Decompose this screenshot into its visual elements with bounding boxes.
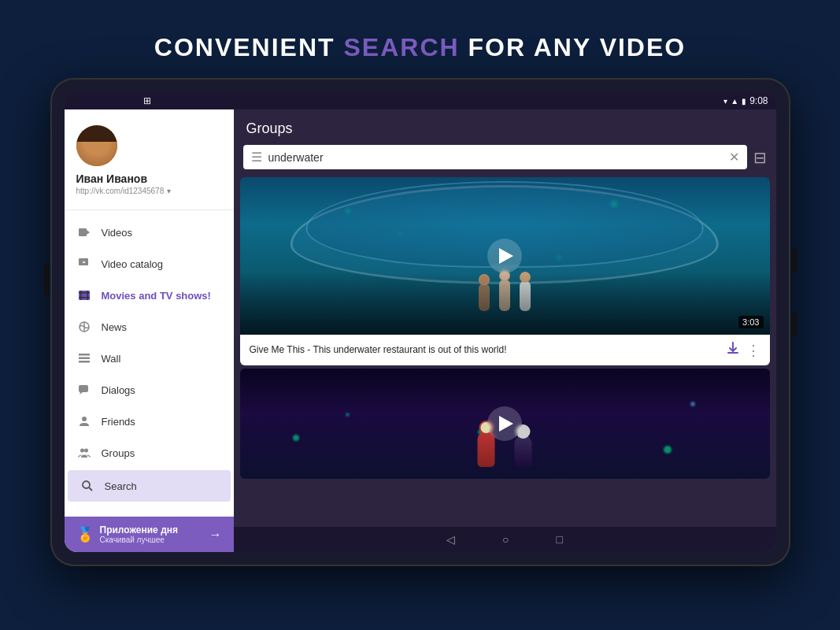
svg-rect-14: [79, 361, 90, 363]
glow-4: [690, 402, 695, 406]
sidebar-item-videos[interactable]: Videos: [65, 217, 234, 248]
profile-section: Иван Иванов http://vk.com/id12345678 ▾: [65, 109, 234, 203]
videos-icon: [76, 224, 92, 240]
search-input-container[interactable]: ☰ ✕: [243, 145, 747, 169]
sidebar-item-search[interactable]: Search: [68, 470, 231, 502]
char-2: [515, 435, 532, 467]
banner-arrow-icon[interactable]: →: [209, 528, 222, 542]
more-options-icon-1[interactable]: ⋮: [746, 342, 760, 359]
video-action-btns-1: ⋮: [726, 341, 760, 359]
tablet-device: ⊞ ▾ ▲ ▮ 9:08: [50, 78, 790, 566]
dialogs-icon: [76, 382, 92, 398]
hamburger-icon: ☰: [251, 150, 262, 165]
home-button[interactable]: ○: [502, 533, 509, 546]
groups-icon: [76, 445, 92, 461]
download-icon-1[interactable]: [726, 341, 740, 359]
news-icon: [76, 319, 92, 335]
sidebar-divider: [65, 209, 234, 210]
tablet-side-button-right-top: [792, 249, 797, 272]
friends-icon: [76, 413, 92, 429]
svg-rect-0: [79, 228, 87, 236]
svg-point-19: [84, 449, 88, 453]
glow-2: [346, 413, 350, 417]
user-name: Иван Иванов: [76, 172, 148, 185]
sidebar-item-label-movies: Movies and TV shows!: [102, 290, 211, 302]
avatar-image: [76, 125, 117, 166]
sidebar-item-movies[interactable]: Movies and TV shows!: [65, 280, 234, 311]
search-input[interactable]: [268, 151, 723, 164]
sidebar-item-label-video-catalog: Video catalog: [102, 258, 164, 270]
video-card-2: [240, 369, 770, 479]
movies-icon: [76, 287, 92, 303]
video-catalog-icon: [76, 256, 92, 272]
app-of-day-banner[interactable]: 🏅 Приложение дня Скачивай лучшее →: [65, 517, 234, 552]
svg-point-18: [80, 449, 84, 453]
avatar-hair: [76, 125, 117, 142]
status-bar-left: ⊞: [143, 95, 151, 106]
main-area: Иван Иванов http://vk.com/id12345678 ▾ V…: [65, 109, 776, 552]
banner-title: Приложение дня: [100, 524, 203, 536]
svg-rect-8: [80, 291, 82, 300]
tablet-side-button-left: [44, 264, 49, 295]
duration-badge-1: 3:03: [738, 316, 763, 328]
play-triangle-1: [499, 248, 513, 264]
signal-icon: ▲: [731, 97, 738, 106]
sidebar-item-video-catalog[interactable]: Video catalog: [65, 248, 234, 280]
svg-marker-1: [87, 230, 90, 235]
user-url-row: http://vk.com/id12345678 ▾: [76, 187, 172, 195]
svg-point-17: [82, 417, 87, 421]
sidebar-item-label-friends: Friends: [102, 416, 135, 428]
status-bar-right: ▾ ▲ ▮ 9:08: [723, 95, 768, 106]
svg-rect-15: [79, 385, 88, 392]
thumb-overlay-1: [240, 272, 770, 335]
sidebar: Иван Иванов http://vk.com/id12345678 ▾ V…: [65, 109, 234, 552]
heading-after: FOR ANY VIDEO: [460, 33, 686, 61]
dropdown-arrow-icon[interactable]: ▾: [167, 187, 171, 195]
tablet-screen: ⊞ ▾ ▲ ▮ 9:08: [65, 92, 776, 552]
search-bar-row: ☰ ✕ ⊟: [234, 145, 776, 177]
app-icon-small: ⊞: [143, 95, 151, 106]
char-1: [478, 432, 495, 467]
play-triangle-2: [499, 416, 513, 432]
svg-rect-12: [79, 354, 90, 356]
heading-before: CONVENIENT: [154, 33, 344, 61]
clock: 9:08: [749, 95, 768, 106]
play-button-1[interactable]: [487, 239, 522, 273]
battery-icon: ▮: [742, 97, 746, 106]
sidebar-item-groups[interactable]: Groups: [65, 437, 234, 469]
content-header: Groups: [234, 109, 776, 145]
sidebar-item-label-news: News: [102, 321, 128, 333]
sidebar-item-friends[interactable]: Friends: [65, 406, 234, 437]
banner-text-block: Приложение дня Скачивай лучшее: [100, 524, 203, 544]
heading-highlight: SEARCH: [343, 33, 459, 61]
video-thumbnail-2[interactable]: [240, 369, 770, 479]
sidebar-item-news[interactable]: News: [65, 311, 234, 343]
user-url: http://vk.com/id12345678: [76, 187, 165, 195]
avatar[interactable]: [76, 125, 117, 166]
recent-apps-button[interactable]: □: [557, 533, 563, 546]
bubble-3: [611, 201, 617, 207]
svg-point-20: [83, 481, 90, 488]
tablet-side-button-right-bottom: [792, 313, 797, 336]
video-card-1: 3:03 Give Me This - This underwater rest…: [240, 177, 770, 365]
clear-search-icon[interactable]: ✕: [729, 150, 739, 165]
back-button[interactable]: ◁: [446, 533, 455, 546]
filter-icon[interactable]: ⊟: [753, 148, 767, 167]
svg-line-21: [89, 487, 92, 491]
svg-rect-22: [727, 352, 738, 354]
video-thumbnail-1[interactable]: 3:03: [240, 177, 770, 335]
search-nav-icon: [80, 478, 95, 494]
status-bar: ⊞ ▾ ▲ ▮ 9:08: [65, 92, 776, 109]
banner-subtitle: Скачивай лучшее: [100, 536, 203, 544]
banner-medal-icon: 🏅: [76, 526, 94, 543]
svg-marker-16: [80, 392, 83, 395]
svg-rect-13: [79, 358, 90, 360]
sidebar-item-label-dialogs: Dialogs: [102, 384, 135, 396]
video-info-row-1: Give Me This - This underwater restauran…: [240, 335, 770, 365]
svg-rect-9: [87, 291, 88, 300]
video-title-1: Give Me This - This underwater restauran…: [250, 344, 720, 357]
sidebar-item-dialogs[interactable]: Dialogs: [65, 374, 234, 406]
sidebar-item-wall[interactable]: Wall: [65, 343, 234, 374]
sidebar-item-label-wall: Wall: [102, 353, 121, 365]
play-button-2[interactable]: [487, 406, 522, 441]
